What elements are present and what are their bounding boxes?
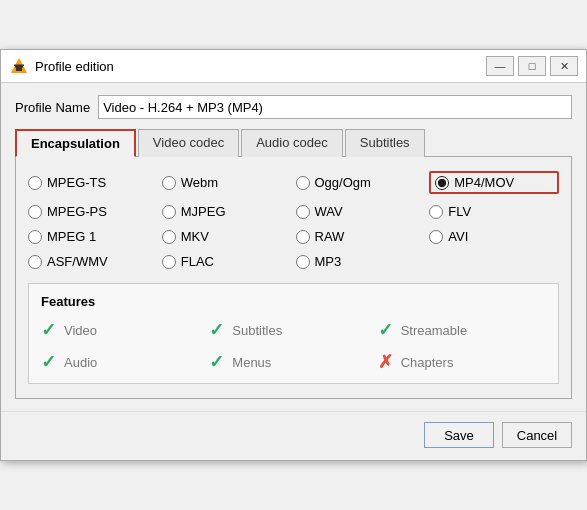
check-icon-streamable: ✓ xyxy=(378,319,393,341)
window-title: Profile edition xyxy=(35,59,480,74)
radio-mkv[interactable]: MKV xyxy=(162,229,292,244)
radio-placeholder xyxy=(429,254,559,269)
tab-encapsulation[interactable]: Encapsulation xyxy=(15,129,136,157)
svg-rect-4 xyxy=(14,65,24,67)
check-icon-audio: ✓ xyxy=(41,351,56,373)
minimize-button[interactable]: — xyxy=(486,56,514,76)
tab-subtitles[interactable]: Subtitles xyxy=(345,129,425,157)
svg-rect-2 xyxy=(16,67,22,71)
vlc-icon xyxy=(9,56,29,76)
profile-name-row: Profile Name xyxy=(15,95,572,119)
radio-mpeg-ts[interactable]: MPEG-TS xyxy=(28,171,158,194)
radio-mp3[interactable]: MP3 xyxy=(296,254,426,269)
feature-menus: ✓ Menus xyxy=(209,351,377,373)
radio-mp4-mov[interactable]: MP4/MOV xyxy=(429,171,559,194)
radio-wav[interactable]: WAV xyxy=(296,204,426,219)
tabs-container: Encapsulation Video codec Audio codec Su… xyxy=(15,129,572,157)
main-content: Profile Name Encapsulation Video codec A… xyxy=(1,83,586,411)
tab-audio-codec[interactable]: Audio codec xyxy=(241,129,343,157)
check-icon-video: ✓ xyxy=(41,319,56,341)
radio-raw[interactable]: RAW xyxy=(296,229,426,244)
close-button[interactable]: ✕ xyxy=(550,56,578,76)
feature-video: ✓ Video xyxy=(41,319,209,341)
radio-flv[interactable]: FLV xyxy=(429,204,559,219)
maximize-button[interactable]: □ xyxy=(518,56,546,76)
check-icon-menus: ✓ xyxy=(209,351,224,373)
profile-name-input[interactable] xyxy=(98,95,572,119)
radio-avi[interactable]: AVI xyxy=(429,229,559,244)
cross-icon-chapters: ✗ xyxy=(378,351,393,373)
radio-mjpeg[interactable]: MJPEG xyxy=(162,204,292,219)
cancel-button[interactable]: Cancel xyxy=(502,422,572,448)
encapsulation-options: MPEG-TS Webm Ogg/Ogm MP4/MOV MPEG-P xyxy=(28,171,559,269)
tab-video-codec[interactable]: Video codec xyxy=(138,129,239,157)
window-controls: — □ ✕ xyxy=(486,56,578,76)
encapsulation-panel: MPEG-TS Webm Ogg/Ogm MP4/MOV MPEG-P xyxy=(15,156,572,399)
radio-flac[interactable]: FLAC xyxy=(162,254,292,269)
profile-name-label: Profile Name xyxy=(15,100,90,115)
footer: Save Cancel xyxy=(1,411,586,460)
feature-chapters: ✗ Chapters xyxy=(378,351,546,373)
features-title: Features xyxy=(41,294,546,309)
feature-audio: ✓ Audio xyxy=(41,351,209,373)
svg-rect-3 xyxy=(15,66,23,68)
profile-edition-window: Profile edition — □ ✕ Profile Name Encap… xyxy=(0,49,587,461)
feature-subtitles: ✓ Subtitles xyxy=(209,319,377,341)
save-button[interactable]: Save xyxy=(424,422,494,448)
radio-mpeg1[interactable]: MPEG 1 xyxy=(28,229,158,244)
title-bar: Profile edition — □ ✕ xyxy=(1,50,586,83)
features-box: Features ✓ Video ✓ Subtitles ✓ xyxy=(28,283,559,384)
features-grid: ✓ Video ✓ Subtitles ✓ Streamable xyxy=(41,319,546,373)
check-icon-subtitles: ✓ xyxy=(209,319,224,341)
radio-mpeg-ps[interactable]: MPEG-PS xyxy=(28,204,158,219)
feature-streamable: ✓ Streamable xyxy=(378,319,546,341)
radio-ogg-ogm[interactable]: Ogg/Ogm xyxy=(296,171,426,194)
radio-webm[interactable]: Webm xyxy=(162,171,292,194)
radio-asf-wmv[interactable]: ASF/WMV xyxy=(28,254,158,269)
